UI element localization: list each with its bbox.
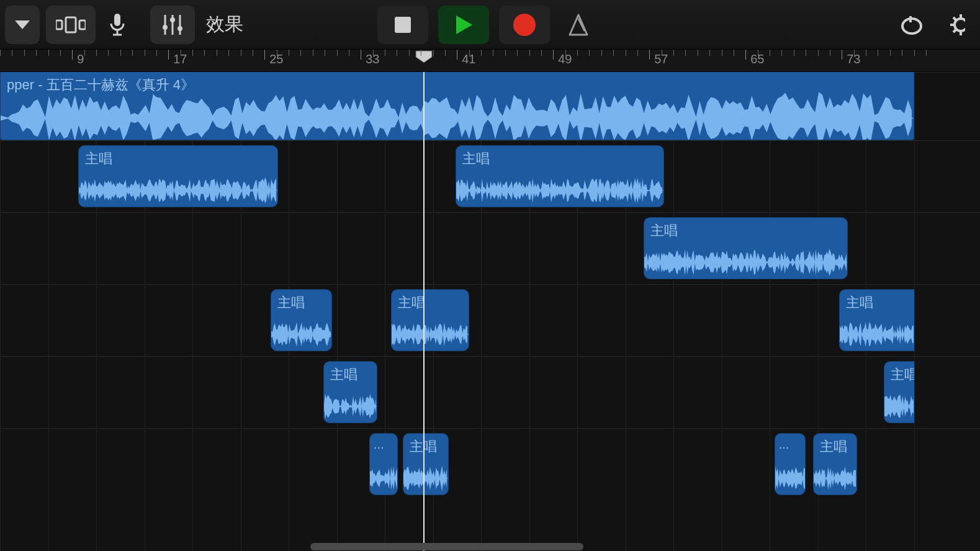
ruler-tick — [204, 50, 205, 56]
ruler-tick — [553, 50, 554, 60]
ruler-tick — [192, 50, 193, 56]
waveform-icon — [271, 306, 331, 351]
grid-line — [192, 72, 193, 551]
ruler-tick — [781, 50, 782, 56]
grid-line — [145, 72, 145, 551]
track-controls-button[interactable] — [150, 6, 195, 44]
audio-region[interactable]: 主唱 — [644, 217, 848, 279]
svg-rect-1 — [56, 20, 62, 29]
ruler-tick — [890, 50, 891, 56]
track-row — [0, 284, 980, 356]
ruler-tick — [830, 50, 830, 56]
ruler-tick — [433, 50, 434, 56]
ruler-tick — [0, 50, 1, 56]
record-icon — [512, 12, 537, 37]
ruler-tick — [325, 50, 325, 56]
metronome-button[interactable] — [560, 6, 597, 44]
svg-line-27 — [953, 30, 956, 32]
grid-line — [673, 72, 674, 551]
dropdown-button[interactable] — [5, 6, 40, 44]
ruler-tick — [794, 50, 794, 56]
horizontal-scrollbar[interactable] — [0, 542, 980, 551]
ruler-tick — [517, 50, 518, 56]
ruler-tick — [577, 50, 578, 56]
playhead-marker[interactable] — [415, 50, 433, 63]
waveform-icon — [884, 378, 914, 423]
svg-marker-0 — [15, 20, 30, 29]
timeline-ruler[interactable]: 91725334149576573 — [0, 50, 980, 72]
ruler-tick — [120, 50, 121, 56]
ruler-tick — [156, 50, 157, 56]
view-layout-button[interactable] — [46, 6, 96, 44]
audio-region[interactable]: 主唱 — [884, 361, 914, 423]
audio-region[interactable]: 主唱 — [839, 289, 914, 351]
ruler-tick — [541, 50, 542, 56]
svg-rect-4 — [114, 14, 120, 26]
scroll-thumb[interactable] — [310, 543, 583, 550]
audio-region[interactable]: 主唱 — [813, 433, 858, 495]
ruler-tick — [72, 50, 73, 60]
ruler-tick — [854, 50, 855, 56]
ruler-tick — [709, 50, 710, 56]
sliders-icon — [161, 12, 184, 37]
play-icon — [454, 14, 474, 35]
audio-region[interactable]: 主唱 — [78, 145, 278, 207]
waveform-icon — [840, 306, 914, 351]
audio-region[interactable]: ... — [775, 433, 806, 495]
svg-point-11 — [170, 17, 175, 22]
waveform-icon — [1, 82, 914, 140]
svg-marker-29 — [416, 51, 432, 63]
record-button[interactable] — [499, 6, 550, 44]
tracks-area[interactable]: pper - 五百二十赫兹《真升 4》主唱主唱主唱主唱主唱主唱主唱主唱...主唱… — [0, 72, 980, 551]
grid-line — [48, 72, 49, 551]
ruler-tick — [505, 50, 506, 56]
fx-button[interactable]: 效果 — [201, 6, 248, 44]
ruler-tick — [926, 50, 927, 56]
mic-button[interactable] — [102, 6, 133, 44]
ruler-tick — [481, 50, 482, 56]
settings-button[interactable] — [942, 6, 970, 44]
svg-marker-14 — [456, 16, 472, 34]
ruler-tick — [758, 50, 758, 56]
svg-point-12 — [178, 26, 182, 31]
ruler-tick — [842, 50, 842, 60]
audio-region[interactable]: 主唱 — [323, 361, 377, 423]
waveform-icon — [814, 450, 857, 495]
svg-marker-16 — [570, 15, 587, 35]
ruler-number: 9 — [77, 52, 84, 66]
play-button[interactable] — [438, 6, 489, 44]
ruler-tick — [289, 50, 289, 56]
ruler-tick — [565, 50, 566, 56]
ruler-tick — [253, 50, 253, 56]
stop-button[interactable] — [377, 6, 428, 44]
ruler-tick — [601, 50, 602, 56]
audio-region[interactable]: 主唱 — [456, 145, 663, 207]
stop-icon — [393, 16, 412, 34]
audio-region[interactable]: 主唱 — [403, 433, 449, 495]
svg-rect-3 — [79, 20, 86, 29]
ruler-tick — [529, 50, 530, 56]
audio-region[interactable]: 主唱 — [391, 289, 469, 351]
grid-line — [529, 72, 530, 551]
ruler-tick — [745, 50, 746, 60]
fx-label: 效果 — [206, 12, 243, 37]
ruler-tick — [181, 50, 181, 56]
ruler-tick — [649, 50, 650, 60]
audio-region[interactable]: 主唱 — [271, 289, 332, 351]
ruler-tick — [228, 50, 229, 56]
ruler-tick — [613, 50, 614, 56]
grid-line — [577, 72, 578, 551]
ruler-tick — [770, 50, 770, 56]
grid-line — [722, 72, 722, 551]
loop-icon — [899, 12, 924, 37]
ruler-tick — [409, 50, 410, 56]
ruler-tick — [902, 50, 902, 56]
audio-region[interactable]: ... — [369, 433, 398, 495]
chevron-down-icon — [14, 19, 31, 30]
loop-button[interactable] — [894, 6, 929, 44]
audio-region[interactable]: pper - 五百二十赫兹《真升 4》 — [0, 72, 914, 140]
ruler-tick — [457, 50, 457, 60]
svg-line-25 — [953, 17, 956, 20]
waveform-icon — [392, 306, 469, 351]
ruler-tick — [277, 50, 277, 56]
